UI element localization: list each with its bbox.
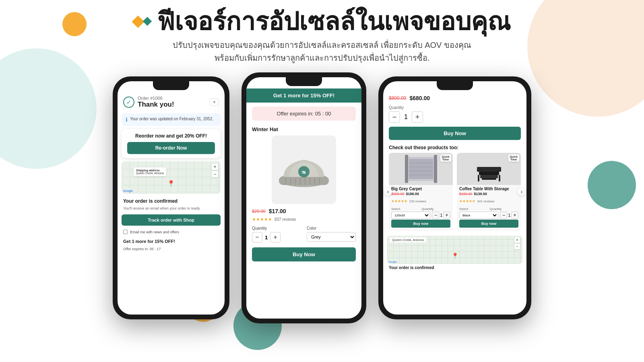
svg-rect-19 [434,155,437,183]
p3-map-label: Queen Creek, Arizona [390,237,426,243]
p3-prod-new-2: $139.50 [474,192,487,196]
phone-2-screen: Get 1 more for 15% OFF! Offer expires in… [246,77,361,319]
p3-google-logo: Google [388,261,397,263]
p3-select-label-1: Select [391,207,420,211]
quantity-label: Quantity [252,226,301,230]
stars: ★★★★★ [252,217,272,222]
google-logo: Google [123,189,133,192]
p3-prod-new-1: $186.00 [406,192,419,196]
p3-products-wrapper: QuickView Big Grey Carpet $200.00 $186.0… [389,153,521,231]
p3-qty-plus[interactable]: + [412,111,423,123]
product-image-wrapper: 🛍 [246,134,361,206]
p3-map-pin: 📍 [452,253,458,259]
upsell-timer: Offer expires in: 05 : 17 [118,246,225,252]
order-header: ✓ Order #1006 Thank you! ▼ [118,93,225,111]
p3-prod-info-1: Big Grey Carpet $200.00 $186.00 ★★★★★ 23… [389,185,453,206]
p3-qty-plus-2[interactable]: + [511,212,518,219]
phone-2: Get 1 more for 15% OFF! Offer expires in… [242,72,366,323]
product-image: 🛍 [272,136,336,204]
diamond-icon [134,17,151,26]
map: Shipping address Queen Creek, Arizona 📍 … [122,161,221,193]
quantity-group: Quantity − 1 + [252,226,301,243]
order-confirmed-title: Your order is confirmed [118,196,225,206]
product-controls: Quantity − 1 + Color Grey [246,224,361,245]
p3-qty-ctrl-1: − 1 + [432,212,450,219]
p3-qty-label-1: Quantity [422,207,451,211]
svg-rect-22 [478,175,479,181]
phone-2-notch [286,77,322,86]
carpet-svg [405,155,437,183]
phone-3: $800.00 $680.00 Quantity − 1 + Buy Now C… [378,76,531,319]
p3-qty-minus-2[interactable]: − [500,212,507,219]
p3-select-row-1: Select Quantity [391,207,450,211]
upsell-title: Get 1 more for 15% OFF! [118,237,225,246]
email-checkbox-row: Email me with news and offers [118,227,225,237]
p3-prod-name-1: Big Grey Carpet [391,187,450,191]
reorder-button[interactable]: Re-order Now [127,142,215,154]
map-zoom-controls[interactable]: + − [212,164,218,177]
p3-prod-buy-2[interactable]: Buy now [459,220,518,228]
p3-prod-old-1: $200.00 [391,192,405,196]
p3-check-section: Check out these products too: [383,142,526,233]
p3-check-title: Check out these products too: [389,145,521,150]
price-row: $20.00 $17.00 [246,206,361,217]
p3-prod-prices-2: $150.00 $139.50 [459,192,518,196]
p3-prod-select-1[interactable]: 120x30 [391,212,430,219]
svg-rect-24 [480,175,498,178]
p3-controls-row-1: 120x30 − 1 + [391,212,450,219]
thank-you-text: Thank you! [138,101,174,109]
p3-select-label-2: Select [459,207,488,211]
expand-button[interactable]: ▼ [210,99,219,106]
p3-prod-controls-2: Select Quantity Black − [457,206,521,231]
reviews: 837 reviews [275,217,296,222]
p3-prod-buy-1[interactable]: Buy now [391,220,450,228]
buy-now-button[interactable]: Buy Now [252,247,356,261]
p3-product-card-2: QuickView Coffee Table With Storage $150… [457,153,521,231]
svg-rect-25 [482,178,496,180]
p3-zoom-controls[interactable]: + − [514,237,520,249]
p3-prod-controls-1: Select Quantity 120x30 − [389,206,453,231]
p3-qty-label: Quantity [389,105,521,110]
track-order-button[interactable]: Track order with Shop [122,214,221,226]
p3-prod-prices-1: $200.00 $186.00 [391,192,450,196]
p3-prod-info-2: Coffee Table With Storage $150.00 $139.5… [457,185,521,206]
p3-buy-button[interactable]: Buy Now [389,127,521,140]
carousel-next-arrow[interactable]: › [518,188,526,196]
p3-qty-val-1: 1 [440,213,442,218]
map-pin-icon: 📍 [167,180,175,187]
svg-rect-18 [405,155,408,183]
info-icon: ℹ [126,117,128,123]
svg-rect-21 [479,172,499,175]
p3-qty-value: 1 [404,113,408,121]
p3-stars-1: ★★★★★ [391,199,407,203]
p3-quick-view-1[interactable]: QuickView [440,154,451,162]
p3-products-row: QuickView Big Grey Carpet $200.00 $186.0… [389,153,521,231]
color-select[interactable]: Grey [307,232,356,242]
p3-qty-label-2: Quantity [490,207,519,211]
p3-qty-minus-1[interactable]: − [432,212,439,219]
p3-qty-section: Quantity − 1 + [383,104,526,124]
promo-bar: Get 1 more for 15% OFF! [246,88,361,103]
old-price: $20.00 [252,209,266,214]
qty-minus-button[interactable]: − [252,232,262,243]
phone-1-content: ✓ Order #1006 Thank you! ▼ ℹ Your order … [118,81,225,315]
svg-rect-20 [477,167,501,172]
qty-plus-button[interactable]: + [270,232,281,243]
email-checkbox[interactable] [123,230,128,234]
p3-controls-row-2: Black − 1 + [459,212,518,219]
qty-value: 1 [265,234,268,241]
p3-qty-minus[interactable]: − [389,111,400,123]
timer-text: Offer expires in: 05 : 00 [277,111,331,117]
p3-confirmed: Your order is confirmed [383,264,526,272]
p3-stars-2: ★★★★★ [459,199,475,203]
carousel-prev-arrow[interactable]: ‹ [384,188,392,196]
p3-prod-select-2[interactable]: Black [459,212,498,219]
color-group: Color Grey [307,226,356,243]
p3-new-price: $680.00 [409,95,430,101]
svg-rect-1 [279,177,329,185]
p3-qty-plus-1[interactable]: + [443,212,450,219]
p3-quick-view-2[interactable]: QuickView [508,154,519,162]
timer-box: Offer expires in: 05 : 00 [252,107,356,121]
p3-old-price: $800.00 [389,95,406,101]
reorder-box: Reorder now and get 20% OFF! Re-order No… [122,129,221,158]
